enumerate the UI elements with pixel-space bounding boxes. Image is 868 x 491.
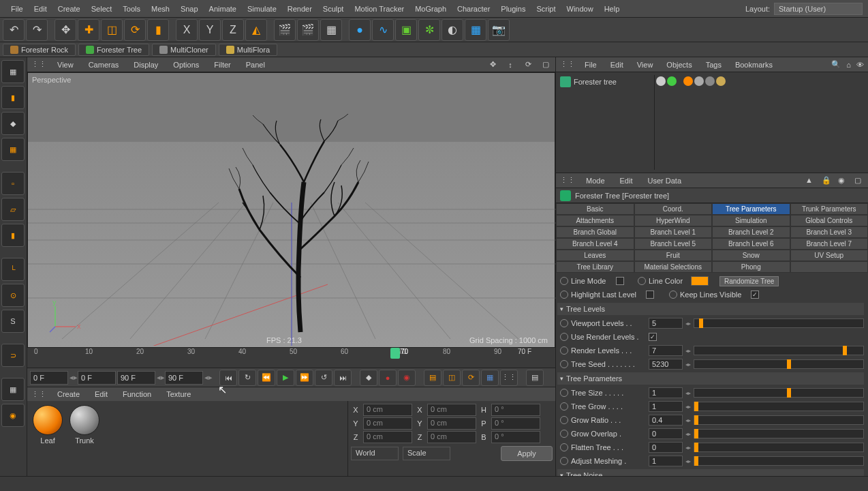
size-z-field[interactable]: 0 cm — [427, 431, 476, 443]
menu-create[interactable]: Create — [52, 1, 86, 16]
magnet-button[interactable]: ⊃ — [1, 344, 25, 367]
tab-branch-level-1[interactable]: Branch Level 1 — [634, 226, 713, 238]
vp-rotate-icon[interactable]: ⟳ — [523, 59, 533, 70]
menu-edit[interactable]: Edit — [29, 1, 52, 16]
param-checkbox[interactable]: ✓ — [649, 333, 657, 341]
target-icon[interactable]: ◉ — [838, 176, 848, 185]
poly-mode-button[interactable]: ▮ — [1, 224, 25, 247]
range-start-field[interactable]: 0 F — [78, 371, 116, 385]
tab-hyperwind[interactable]: HyperWind — [634, 215, 713, 226]
viewport-solo-button[interactable]: ▦ — [1, 378, 25, 401]
loop2-button[interactable]: ↺ — [315, 370, 332, 386]
param-anim-dot[interactable] — [560, 389, 568, 397]
deformer-button[interactable]: ◐ — [441, 19, 463, 41]
rot-p-field[interactable]: 0 ° — [491, 417, 540, 430]
visibility-tag-icon[interactable] — [656, 76, 666, 86]
obj-view-menu[interactable]: View — [633, 59, 657, 70]
material-tag-trunk-icon[interactable] — [694, 76, 704, 86]
mat-function-menu[interactable]: Function — [119, 389, 155, 400]
tab-attachments[interactable]: Attachments — [556, 215, 634, 226]
grip-icon[interactable]: ⋮⋮ — [560, 176, 575, 185]
eye-icon[interactable]: 👁 — [856, 61, 864, 69]
param-anim-dot[interactable] — [638, 277, 646, 285]
param-anim-dot[interactable] — [560, 402, 568, 411]
param-slider[interactable] — [694, 346, 864, 355]
param-field[interactable]: 0 — [649, 442, 683, 453]
param-slider[interactable] — [694, 388, 864, 398]
attr-mode-menu[interactable]: Mode — [582, 175, 609, 186]
camera-button[interactable]: 📷 — [488, 19, 510, 41]
x-axis-button[interactable]: X — [176, 19, 198, 41]
menu-animate[interactable]: Animate — [204, 1, 242, 16]
tab-branch-global[interactable]: Branch Global — [556, 226, 634, 238]
rotate-button[interactable]: ⟳ — [124, 19, 146, 41]
z-axis-button[interactable]: Z — [222, 19, 244, 41]
tab-uv-setup[interactable]: UV Setup — [790, 250, 869, 261]
key-param-button[interactable]: ▦ — [481, 370, 499, 386]
line-color-swatch[interactable] — [691, 276, 709, 286]
vp-filter-menu[interactable]: Filter — [210, 59, 234, 71]
object-item-forester-tree[interactable]: Forester tree — [559, 75, 654, 89]
forester-rock-tab[interactable]: Forester Rock — [3, 44, 76, 56]
primitive-button[interactable]: ● — [349, 19, 371, 41]
vp-max-icon[interactable]: ▢ — [540, 59, 551, 70]
menu-motiontracker[interactable]: Motion Tracker — [349, 1, 409, 16]
render-view-button[interactable]: 🎬 — [274, 19, 296, 41]
tab-empty[interactable] — [790, 261, 869, 273]
multicloner-tab[interactable]: MultiCloner — [152, 44, 216, 56]
grip-icon[interactable]: ⋮⋮ — [31, 60, 46, 69]
attr-userdata-menu[interactable]: User Data — [644, 175, 686, 186]
play-button[interactable]: ▶ — [277, 370, 294, 386]
edge-mode-button[interactable]: ▱ — [1, 198, 25, 221]
param-anim-dot[interactable] — [669, 291, 677, 299]
key-pos-button[interactable]: ▤ — [424, 370, 441, 386]
coord-space-dropdown[interactable]: World — [351, 447, 399, 460]
symmetry-button[interactable]: S — [1, 310, 25, 333]
param-field[interactable]: 1 — [649, 456, 683, 466]
search-icon[interactable]: 🔍 — [831, 60, 841, 69]
home-icon[interactable]: ⌂ — [846, 61, 851, 69]
highlight-checkbox[interactable] — [646, 291, 654, 299]
mat-create-menu[interactable]: Create — [53, 389, 84, 400]
timeline-window-button[interactable]: ▤ — [526, 370, 544, 386]
render-pv-button[interactable]: 🎬 — [297, 19, 319, 41]
tab-branch-level-5[interactable]: Branch Level 5 — [634, 238, 713, 250]
tab-branch-level-3[interactable]: Branch Level 3 — [790, 226, 869, 238]
tab-tree-library[interactable]: Tree Library — [556, 261, 634, 273]
move-button[interactable]: ✚ — [78, 19, 99, 41]
forester-tag-icon[interactable] — [716, 76, 726, 86]
phong-tag-icon[interactable] — [705, 76, 715, 86]
vp-zoom-icon[interactable]: ↕ — [505, 59, 516, 70]
axis-mode-button[interactable]: └ — [1, 258, 25, 281]
goto-end-button[interactable]: ⏭ — [334, 370, 352, 386]
scale-button[interactable]: ◫ — [101, 19, 123, 41]
environment-button[interactable]: ▦ — [465, 19, 486, 41]
material-trunk[interactable]: Trunk — [68, 405, 101, 472]
menu-help[interactable]: Help — [599, 1, 625, 16]
coord-mode-dropdown[interactable]: Scale — [403, 447, 450, 460]
pos-y-field[interactable]: 0 cm — [363, 417, 412, 430]
tab-phong[interactable]: Phong — [712, 261, 790, 273]
point-mode-button[interactable]: ▫ — [1, 172, 25, 195]
forester-tree-tab[interactable]: Forester Tree — [78, 44, 149, 56]
param-field[interactable]: 5 — [649, 318, 683, 329]
tab-branch-level-4[interactable]: Branch Level 4 — [556, 238, 634, 250]
key-scl-button[interactable]: ◫ — [443, 370, 461, 386]
obj-file-menu[interactable]: File — [580, 59, 601, 70]
layout-dropdown[interactable]: Startup (User) — [774, 3, 863, 15]
menu-window[interactable]: Window — [561, 1, 599, 16]
param-slider[interactable] — [694, 429, 864, 438]
autokey-button[interactable]: ◉ — [398, 370, 416, 386]
vp-view-menu[interactable]: View — [53, 59, 78, 71]
record-button[interactable]: ● — [379, 370, 397, 386]
rot-h-field[interactable]: 0 ° — [491, 404, 540, 416]
next-frame-button[interactable]: ⏩ — [296, 370, 313, 386]
mat-edit-menu[interactable]: Edit — [91, 389, 112, 400]
prev-frame-button[interactable]: ⏪ — [258, 370, 275, 386]
tree-params-section[interactable]: Tree Parameters — [557, 372, 864, 385]
param-anim-dot[interactable] — [560, 430, 568, 438]
obj-tags-menu[interactable]: Tags — [702, 59, 726, 70]
material-leaf[interactable]: Leaf — [31, 405, 64, 472]
enable-tag-icon[interactable] — [667, 76, 677, 86]
param-slider[interactable] — [694, 415, 864, 425]
